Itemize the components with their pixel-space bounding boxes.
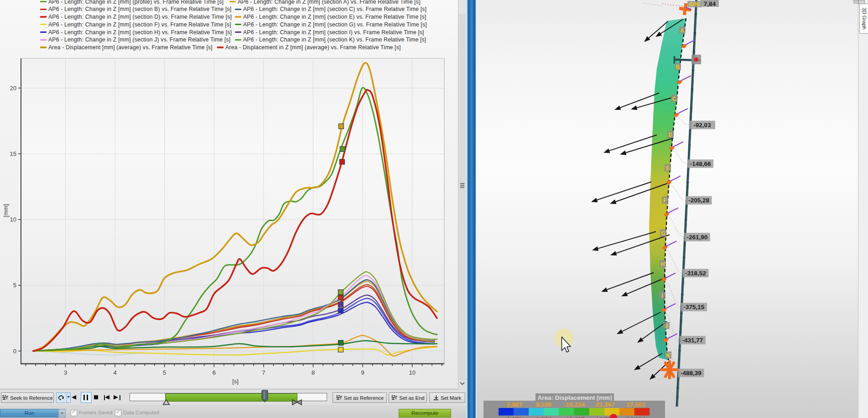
svg-text:-488,39: -488,39 (681, 370, 702, 377)
svg-text:F: F (663, 197, 667, 204)
svg-text:6,284: 6,284 (536, 416, 551, 418)
svg-text:H: H (660, 261, 665, 268)
svg-text:0: 0 (13, 348, 16, 355)
svg-text:J: J (665, 323, 668, 329)
svg-text:C: C (672, 96, 676, 102)
svg-text:B: B (676, 64, 680, 70)
svg-text:-148,66: -148,66 (690, 160, 711, 167)
svg-text:27,501: 27,501 (626, 401, 645, 408)
svg-text:I: I (661, 293, 663, 299)
svg-text:-431,77: -431,77 (682, 337, 703, 344)
svg-text:12,417: 12,417 (566, 416, 584, 418)
svg-text:7: 7 (262, 369, 265, 376)
svg-text:-261,90: -261,90 (687, 234, 708, 241)
svg-text:6: 6 (213, 369, 216, 376)
svg-text:Area: Displacement [mm]: Area: Displacement [mm] (538, 394, 612, 401)
svg-text:15: 15 (10, 150, 16, 157)
svg-text:15,234: 15,234 (566, 401, 585, 408)
svg-text:3: 3 (64, 369, 67, 376)
svg-text:10: 10 (10, 216, 16, 223)
svg-text:AP6: AP6 (689, 1, 700, 8)
svg-text:9,100: 9,100 (536, 401, 551, 408)
svg-text:[mm]: [mm] (2, 204, 9, 217)
svg-text:24,684: 24,684 (626, 416, 645, 418)
svg-text:G: G (661, 230, 665, 237)
svg-text:-318,52: -318,52 (685, 270, 706, 277)
svg-text:5: 5 (13, 282, 16, 289)
svg-text:-375,15: -375,15 (684, 304, 705, 310)
svg-text:7,84: 7,84 (704, 0, 716, 7)
svg-text:E: E (666, 165, 670, 171)
svg-text:21,367: 21,367 (596, 401, 614, 408)
svg-text:5: 5 (163, 369, 166, 376)
svg-text:-205,28: -205,28 (688, 197, 709, 204)
svg-text:A: A (680, 27, 684, 34)
svg-text:-92,03: -92,03 (693, 122, 711, 129)
svg-text:0,150: 0,150 (507, 416, 522, 418)
svg-text:K: K (666, 352, 670, 359)
svg-text:8: 8 (312, 369, 315, 376)
svg-text:D: D (668, 132, 672, 138)
svg-text:4: 4 (113, 369, 116, 376)
svg-text:[s]: [s] (232, 378, 239, 385)
svg-text:10: 10 (409, 369, 415, 376)
svg-text:20: 20 (10, 85, 16, 92)
svg-text:2,967: 2,967 (507, 401, 522, 408)
svg-text:9: 9 (361, 369, 364, 376)
